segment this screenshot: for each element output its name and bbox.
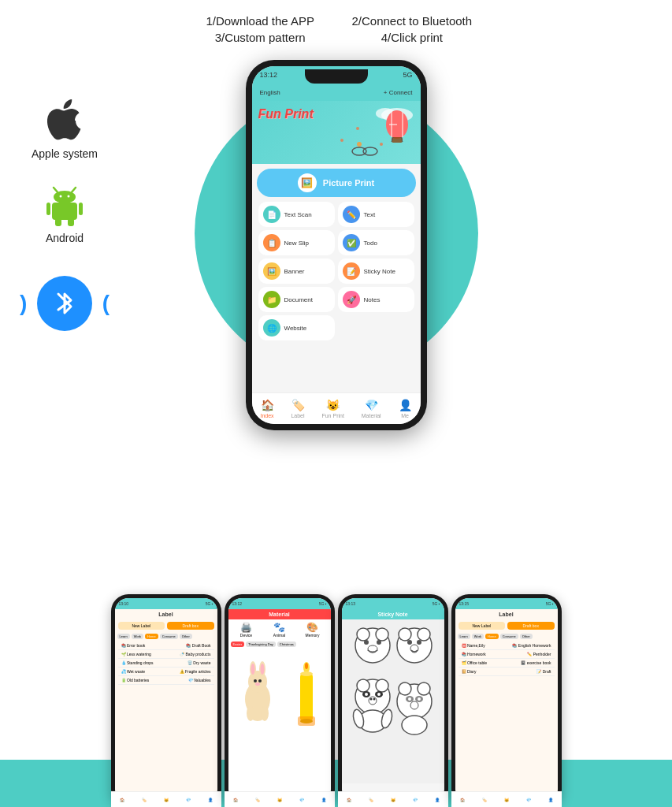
bottom-nav-label[interactable]: 🏷️ Label [291,399,304,418]
svg-rect-8 [55,218,61,226]
mat-cat-thanksgiving[interactable]: Thanksgiving Day [246,642,276,647]
svg-point-75 [410,701,418,709]
material-icon-memory: 🎨Memory [297,622,329,638]
menu-item-document[interactable]: 📁 Document [258,287,335,312]
cat2-home[interactable]: Home [485,634,499,639]
website-icon: 🌐 [263,319,280,337]
menu-item-banner[interactable]: 🖼️ Banner [258,258,335,284]
svg-rect-9 [68,218,74,226]
cat2-other[interactable]: Other [520,634,533,639]
me-nav-icon: 👤 [399,399,412,411]
bottom-nav-me[interactable]: 👤 Me [399,399,412,418]
me-nav-label: Me [401,413,409,418]
bottom-nav-material[interactable]: 💎 Material [362,399,381,418]
android-system-icon: Android [45,184,84,244]
language-selector[interactable]: English [260,89,280,96]
svg-point-64 [373,698,375,701]
mini-status-4: 13:155G ▪ [455,598,558,609]
picture-print-button[interactable]: 🖼️ Picture Print [257,169,416,197]
cat2-learn[interactable]: Learn [458,634,470,639]
mini-status-1: 13:105G ▪ [115,598,217,609]
banner-illustration [326,101,421,164]
svg-point-40 [300,671,313,676]
svg-point-48 [368,645,377,652]
notes-label: Notes [364,296,381,303]
cat2-consume[interactable]: Consume [500,634,518,639]
text-scan-icon: 📄 [263,206,280,223]
mini-phone-3-screen: 13:135G ▪ Sticky Note [342,598,444,803]
todo-label: Todo [364,240,377,247]
menu-item-notes[interactable]: 🚀 Notes [338,287,414,312]
mini-bottom-nav-1: 🏠🏷️😺💎👤 [115,791,217,803]
svg-point-50 [399,628,411,641]
svg-point-47 [377,640,381,645]
bluetooth-circle [37,276,92,331]
bottom-nav-fun-print[interactable]: 😺 Fun Print [321,399,343,418]
text-scan-label: Text Scan [284,211,312,218]
label-categories: Learn Work Home Consume Other [115,632,217,641]
mini-bottom-nav-3: 🏠🏷️😺💎👤 [342,791,444,803]
bluetooth-wave-left: ) [20,291,27,316]
cat-home[interactable]: Home [145,634,158,639]
app-bottom-nav: 🏠 Index 🏷️ Label 😺 Fun Print 💎 Material [252,392,421,424]
mini-status-2: 13:125G ▪ [228,598,331,609]
menu-item-text[interactable]: ✏️ Text [338,202,414,227]
phone-screen: 13:12 5G English + Connect Fun Print [252,66,421,424]
svg-point-19 [357,142,362,147]
bottom-nav-index[interactable]: 🏠 Index [260,399,273,418]
cat2-work[interactable]: Work [472,634,484,639]
new-slip-icon: 📋 [263,234,280,251]
svg-point-32 [258,679,262,682]
mat-cat-easter[interactable]: Easter [231,642,245,647]
fun-print-nav-icon: 😺 [326,399,340,411]
bluetooth-wave-right: ( [102,291,110,316]
svg-point-63 [369,698,372,701]
text-icon: ✏️ [343,206,360,223]
svg-point-53 [417,640,421,645]
svg-point-23 [356,127,359,130]
cat-work[interactable]: Work [132,634,143,639]
menu-item-website[interactable]: 🌐 Website [258,315,335,340]
label-tab-new[interactable]: New Label [118,622,165,630]
menu-item-new-slip[interactable]: 📋 New Slip [258,230,335,255]
apple-system-icon: Apple system [32,99,98,160]
svg-point-38 [305,663,308,669]
label-row-4: 💦 Wet waste⚠️ Fragile articles [118,668,214,676]
android-logo-icon [45,184,84,227]
banner-icon: 🖼️ [263,262,280,280]
label2-tab-new[interactable]: New Label [459,622,506,630]
mini-phone-label-2: 13:155G ▪ Label New Label Draft box Lear… [451,594,562,807]
svg-point-36 [261,705,269,721]
cat-other[interactable]: Other [180,634,192,639]
mat-cat-christmas[interactable]: Christmas [277,642,296,647]
step1-label: 1/Download the APP [200,14,321,28]
menu-item-sticky-note[interactable]: 📝 Sticky Note [338,258,414,284]
cat-consume[interactable]: Consume [160,634,178,639]
label-nav-label: Label [291,413,304,418]
svg-rect-5 [52,203,77,220]
svg-point-62 [369,697,377,705]
svg-point-35 [247,705,254,721]
connect-button[interactable]: + Connect [384,89,413,96]
bluetooth-symbol-icon [52,288,77,319]
text-label: Text [364,211,376,218]
svg-point-22 [340,139,343,142]
material-icons-row: 🖨️Device 🐾Animal 🎨Memory [228,619,331,640]
status-signal: 5G [403,71,412,79]
label-tab-draft[interactable]: Draft box [167,622,214,630]
index-nav-label: Index [260,413,273,418]
mini-phone-1-screen: 13:105G ▪ Label New Label Draft box Lear… [115,598,217,803]
mini-bottom-nav-2: 🏠🏷️😺💎👤 [228,791,331,803]
label-row-3: 💧 Standing drops🗑️ Dry waste [118,659,214,668]
mini-phone-2-screen: 13:125G ▪ Material 🖨️Device 🐾Animal 🎨Mem… [228,598,331,803]
cat-learn[interactable]: Learn [117,634,130,639]
svg-rect-7 [79,203,83,215]
svg-point-2 [54,191,76,203]
svg-point-3 [60,195,62,198]
menu-item-todo[interactable]: ✅ Todo [338,230,414,255]
label2-tab-draft[interactable]: Draft box [507,622,555,630]
step2-label: 2/Connect to Bluetooth [352,14,473,28]
svg-point-70 [418,682,430,695]
bear-drawings-svg [350,623,436,780]
menu-item-text-scan[interactable]: 📄 Text Scan [258,202,335,227]
